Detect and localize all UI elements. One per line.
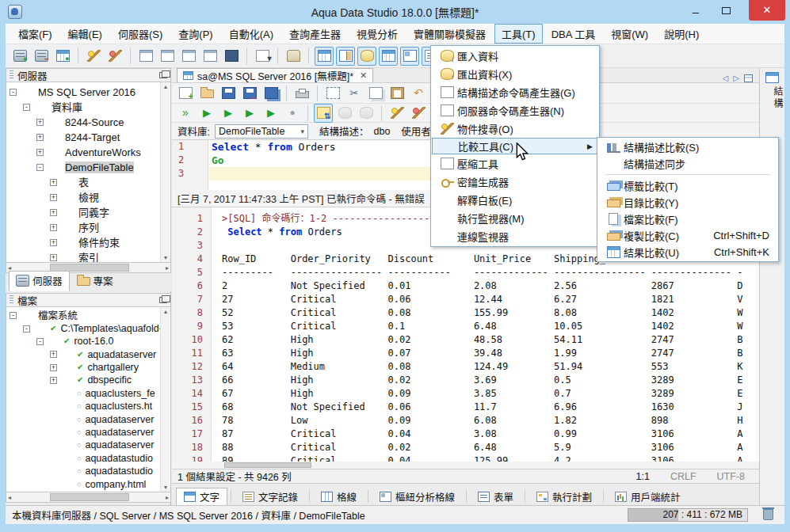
collapse-box-icon[interactable]: - bbox=[10, 89, 17, 96]
save-button[interactable] bbox=[219, 84, 238, 103]
menu-item[interactable]: ↑ 匯出資料(X) bbox=[432, 65, 598, 83]
execute-grid-button[interactable]: ▶ bbox=[261, 104, 281, 123]
close-tab-icon[interactable]: ✕ bbox=[360, 70, 367, 81]
menubar-item[interactable]: 編輯(E) bbox=[61, 24, 109, 44]
tree-node[interactable]: +條件約束 bbox=[6, 234, 170, 249]
tree-node[interactable]: -DemoFileTable bbox=[6, 159, 170, 174]
expand-box-icon[interactable]: + bbox=[50, 194, 57, 201]
disconnect-tool-button[interactable] bbox=[105, 47, 124, 66]
database-view-button[interactable] bbox=[357, 47, 376, 66]
scroll-left-icon[interactable]: ◂ bbox=[8, 494, 11, 501]
rollback-button[interactable] bbox=[357, 104, 376, 123]
query-window-button[interactable] bbox=[136, 47, 155, 66]
float-panel-icon[interactable] bbox=[159, 297, 167, 303]
tree-node[interactable]: +8244-Source bbox=[6, 114, 170, 129]
register-server-button[interactable]: + bbox=[10, 47, 29, 66]
copy-button[interactable] bbox=[366, 84, 385, 103]
tree-node[interactable]: -檔案系統 bbox=[6, 309, 170, 321]
tab-next-icon[interactable]: ▷ bbox=[733, 74, 739, 82]
tree-node[interactable]: +表 bbox=[6, 174, 170, 189]
tree-node[interactable]: -✔root-16.0 bbox=[6, 335, 170, 348]
save-as-button[interactable]: … bbox=[240, 84, 259, 103]
results-tab[interactable]: 文字 bbox=[176, 488, 227, 505]
expand-box-icon[interactable]: + bbox=[50, 364, 57, 371]
tree-node[interactable]: +檢視 bbox=[6, 189, 170, 204]
expand-box-icon[interactable]: + bbox=[36, 134, 44, 141]
stop-button[interactable]: ● bbox=[283, 104, 302, 123]
menu-item[interactable]: 結構描述同步 bbox=[598, 155, 777, 172]
scroll-right-icon[interactable]: ▸ bbox=[166, 494, 169, 501]
menubar-item[interactable]: 視窗(W) bbox=[604, 24, 655, 44]
tab-list-icon[interactable] bbox=[744, 74, 753, 82]
expand-box-icon[interactable]: + bbox=[50, 209, 57, 216]
tree-node[interactable]: ○aquaclusters.ht bbox=[6, 400, 170, 412]
float-panel-icon[interactable] bbox=[159, 72, 167, 78]
execute-edit-button[interactable]: ▶ bbox=[219, 104, 238, 123]
paste-button[interactable] bbox=[387, 84, 406, 103]
execute-button[interactable]: ▶ bbox=[197, 104, 216, 123]
script-button[interactable] bbox=[284, 47, 303, 66]
query-analyzer-button[interactable] bbox=[158, 47, 177, 66]
collapse-box-icon[interactable]: - bbox=[10, 312, 17, 319]
table-view-button[interactable] bbox=[379, 47, 398, 66]
menu-item[interactable]: 結果比較(U) Ctrl+Shift+K bbox=[598, 244, 777, 260]
tree-node[interactable]: +索引 bbox=[6, 249, 170, 263]
execute-script-button[interactable]: » bbox=[176, 104, 195, 123]
memory-gauge[interactable]: 207 : 411 : 672 MB bbox=[628, 508, 748, 522]
tree-node[interactable]: ○aquadataserver bbox=[6, 439, 170, 451]
schema-browser-icon[interactable] bbox=[765, 72, 779, 83]
menu-item[interactable]: 解釋白板(E) bbox=[432, 191, 598, 209]
tree-node[interactable]: +8244-Target bbox=[6, 129, 170, 144]
collapse-box-icon[interactable]: - bbox=[23, 325, 30, 332]
menubar-item[interactable]: 檔案(F) bbox=[11, 24, 59, 44]
open-file-button[interactable] bbox=[197, 84, 216, 103]
schema-browser-button[interactable] bbox=[315, 47, 334, 66]
menu-item[interactable]: 密鑰生成器 bbox=[432, 173, 598, 191]
select-tool-button[interactable] bbox=[323, 84, 342, 103]
expand-box-icon[interactable]: + bbox=[50, 239, 57, 246]
tree-node[interactable]: ○company.html bbox=[6, 477, 170, 490]
tree-vscrollbar[interactable]: ▴▾ bbox=[160, 82, 170, 262]
menubar-item[interactable]: DBA 工具 bbox=[544, 24, 603, 44]
results-tab[interactable]: 格線 bbox=[313, 488, 364, 505]
query-builder-button[interactable] bbox=[179, 47, 198, 66]
close-button[interactable]: ✕ bbox=[749, 0, 785, 21]
menu-item[interactable]: 執行監視器(M) bbox=[432, 209, 598, 227]
expand-box-icon[interactable]: + bbox=[50, 224, 57, 231]
tree-node[interactable]: ○aquadataserver bbox=[6, 412, 170, 425]
trash-icon[interactable] bbox=[763, 509, 773, 520]
editor-tab[interactable]: sa@MS SQL Server 2016 [無標題]* ✕ bbox=[177, 68, 373, 82]
tree-node[interactable]: +序列 bbox=[6, 219, 170, 234]
tree-node[interactable]: -資料庫 bbox=[6, 99, 170, 114]
collapse-box-icon[interactable]: - bbox=[36, 164, 44, 171]
expand-box-icon[interactable]: + bbox=[36, 119, 44, 126]
menu-item[interactable]: 複製比較(C) Ctrl+Shift+D bbox=[598, 227, 777, 244]
menubar-item[interactable]: 查詢產生器 bbox=[282, 24, 348, 44]
unregister-server-button[interactable]: − bbox=[32, 47, 51, 66]
menu-item[interactable]: ↓ 匯入資料 bbox=[432, 47, 598, 65]
tab-prev-icon[interactable]: ◁ bbox=[723, 74, 729, 82]
sidebar-tab-servers[interactable]: 伺服器 bbox=[9, 271, 70, 291]
menubar-item[interactable]: 自動化(A) bbox=[222, 24, 281, 44]
cut-button[interactable]: ✂ bbox=[345, 84, 364, 103]
menubar-item[interactable]: 工具(T) bbox=[494, 24, 543, 44]
undo-button[interactable]: ↶ bbox=[409, 84, 428, 103]
format-sql-button[interactable] bbox=[387, 104, 406, 123]
print-button[interactable] bbox=[292, 84, 311, 103]
results-tab[interactable]: 用戶端統計 bbox=[607, 488, 689, 505]
tree-node[interactable]: ○aquaclusters_fe bbox=[6, 386, 170, 399]
execute-export-button[interactable]: ▶ bbox=[240, 104, 259, 123]
tree-node[interactable]: +同義字 bbox=[6, 204, 170, 219]
expand-box-icon[interactable]: + bbox=[50, 351, 57, 358]
dock-tab-schema[interactable]: 結構 bbox=[760, 86, 784, 110]
menu-item[interactable]: 伺服器命令碼產生器(N) bbox=[432, 101, 598, 120]
collapse-box-icon[interactable]: - bbox=[36, 338, 44, 345]
menu-item[interactable]: 檔案比較(F) bbox=[598, 211, 777, 227]
tree-node[interactable]: +✔dbspecific bbox=[6, 374, 170, 386]
menubar-item[interactable]: 查詢(P) bbox=[171, 24, 219, 44]
tree-node[interactable]: +AdventureWorks bbox=[6, 144, 170, 159]
results-tab[interactable]: 執行計劃 bbox=[529, 488, 600, 505]
results-tab[interactable]: 文字記錄 bbox=[235, 488, 306, 505]
connect-tool-button[interactable] bbox=[84, 47, 103, 66]
tree-node[interactable]: -MS SQL Server 2016 bbox=[6, 84, 170, 99]
